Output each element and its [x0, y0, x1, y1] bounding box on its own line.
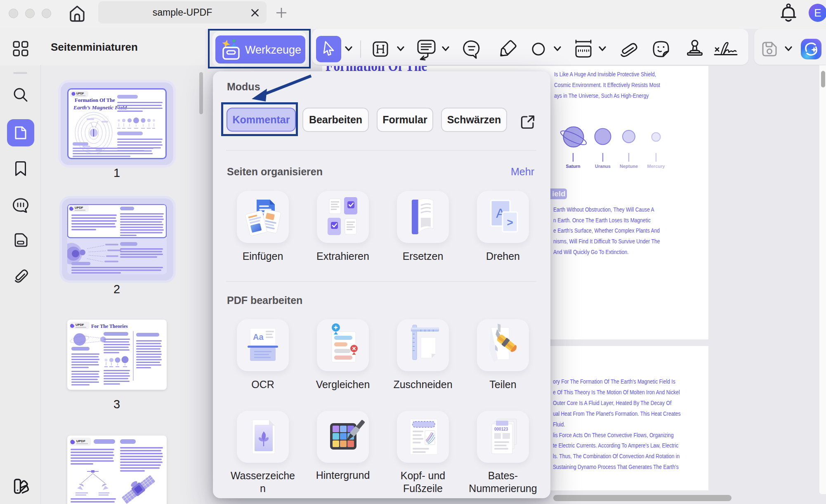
svg-text:UPDF: UPDF [76, 439, 85, 443]
svg-text:Uranus: Uranus [595, 164, 611, 169]
svg-text:>: > [507, 216, 513, 228]
svg-text:000123: 000123 [494, 427, 508, 431]
svg-text:Formation Of The: Formation Of The [75, 97, 115, 103]
svg-text:UPDF: UPDF [76, 92, 84, 95]
svg-text:Saturn: Saturn [566, 164, 581, 169]
svg-text:Aa: Aa [253, 332, 264, 341]
svg-text:UPDF: UPDF [76, 323, 84, 327]
svg-text:UPDF: UPDF [75, 206, 83, 210]
svg-text:For The Theories: For The Theories [91, 323, 128, 329]
svg-text:Neptune: Neptune [620, 164, 638, 169]
svg-text:Mercury: Mercury [647, 164, 666, 169]
